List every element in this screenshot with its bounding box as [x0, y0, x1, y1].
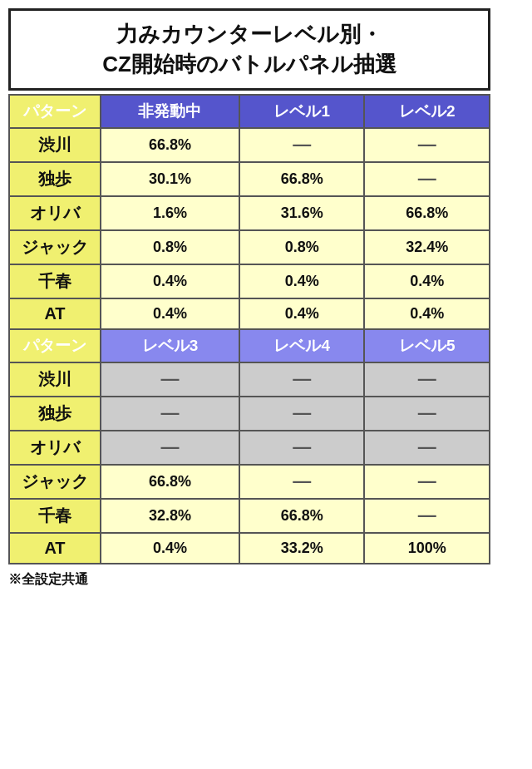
pattern-1: 独歩	[9, 162, 101, 196]
t2r3c3: —	[364, 465, 490, 499]
t2r0c3: —	[364, 362, 490, 397]
pattern-0: 渋川	[9, 128, 101, 162]
t1r2c2: 31.6%	[239, 196, 365, 230]
t1r2c1: 1.6%	[101, 196, 239, 230]
t1r3c2: 0.8%	[239, 230, 365, 264]
t1r1c3: —	[364, 162, 490, 196]
footnote: ※全設定共通	[8, 571, 88, 589]
t2r5c3: 100%	[364, 533, 490, 564]
t2r2c2: —	[239, 431, 365, 465]
t2r4c2: 66.8%	[239, 499, 365, 533]
pattern-2: オリバ	[9, 196, 101, 230]
t1r5c1: 0.4%	[101, 298, 239, 329]
table2-row-0: 渋川 — — —	[9, 362, 490, 397]
t2r5c2: 33.2%	[239, 533, 365, 564]
t1r4c3: 0.4%	[364, 264, 490, 298]
table2-row-2: オリバ — — —	[9, 431, 490, 465]
t2r3c1: 66.8%	[101, 465, 239, 499]
t1r1c2: 66.8%	[239, 162, 365, 196]
t2r2c3: —	[364, 431, 490, 465]
table1-row-2: オリバ 1.6% 31.6% 66.8%	[9, 196, 490, 230]
table1-row-3: ジャック 0.8% 0.8% 32.4%	[9, 230, 490, 264]
header-pattern: パターン	[9, 95, 101, 128]
t1r3c1: 0.8%	[101, 230, 239, 264]
t1r3c3: 32.4%	[364, 230, 490, 264]
t1r5c3: 0.4%	[364, 298, 490, 329]
title-text: 力みカウンターレベル別・ CZ開始時のバトルパネル抽選	[17, 19, 481, 80]
table1-row-1: 独歩 30.1% 66.8% —	[9, 162, 490, 196]
t1r4c2: 0.4%	[239, 264, 365, 298]
table1-row-5: AT 0.4% 0.4% 0.4%	[9, 298, 490, 329]
t1r0c1: 66.8%	[101, 128, 239, 162]
pattern2-3: ジャック	[9, 465, 101, 499]
t2r5c1: 0.4%	[101, 533, 239, 564]
t2r0c1: —	[101, 362, 239, 397]
table1-row-0: 渋川 66.8% — —	[9, 128, 490, 162]
main-table: パターン 非発動中 レベル1 レベル2 渋川 66.8% — — 独歩 30.1…	[8, 94, 490, 564]
table1-header-row: パターン 非発動中 レベル1 レベル2	[9, 95, 490, 128]
t1r4c1: 0.4%	[101, 264, 239, 298]
pattern-4: 千春	[9, 264, 101, 298]
header-col3: レベル2	[364, 95, 490, 128]
pattern-3: ジャック	[9, 230, 101, 264]
pattern2-4: 千春	[9, 499, 101, 533]
t2r1c1: —	[101, 397, 239, 431]
t2r2c1: —	[101, 431, 239, 465]
t2r4c1: 32.8%	[101, 499, 239, 533]
t1r0c3: —	[364, 128, 490, 162]
t2r1c3: —	[364, 397, 490, 431]
t1r1c1: 30.1%	[101, 162, 239, 196]
header2-col3: レベル5	[364, 329, 490, 362]
table2-row-4: 千春 32.8% 66.8% —	[9, 499, 490, 533]
title-line2: CZ開始時のバトルパネル抽選	[102, 52, 397, 76]
header-col1: 非発動中	[101, 95, 239, 128]
table2-row-1: 独歩 — — —	[9, 397, 490, 431]
header2-col1: レベル3	[101, 329, 239, 362]
pattern2-0: 渋川	[9, 362, 101, 397]
table2-row-5: AT 0.4% 33.2% 100%	[9, 533, 490, 564]
t2r1c2: —	[239, 397, 365, 431]
t2r0c2: —	[239, 362, 365, 397]
table2-row-3: ジャック 66.8% — —	[9, 465, 490, 499]
t1r5c2: 0.4%	[239, 298, 365, 329]
t1r0c2: —	[239, 128, 365, 162]
t2r4c3: —	[364, 499, 490, 533]
t2r3c2: —	[239, 465, 365, 499]
header2-col2: レベル4	[239, 329, 365, 362]
header-col2: レベル1	[239, 95, 365, 128]
header2-pattern: パターン	[9, 329, 101, 362]
table2-header-row: パターン レベル3 レベル4 レベル5	[9, 329, 490, 362]
table1-row-4: 千春 0.4% 0.4% 0.4%	[9, 264, 490, 298]
pattern2-5: AT	[9, 533, 101, 564]
t1r2c3: 66.8%	[364, 196, 490, 230]
pattern2-1: 独歩	[9, 397, 101, 431]
pattern2-2: オリバ	[9, 431, 101, 465]
pattern-5: AT	[9, 298, 101, 329]
title-line1: 力みカウンターレベル別・	[116, 22, 382, 47]
title-box: 力みカウンターレベル別・ CZ開始時のバトルパネル抽選	[8, 8, 490, 91]
